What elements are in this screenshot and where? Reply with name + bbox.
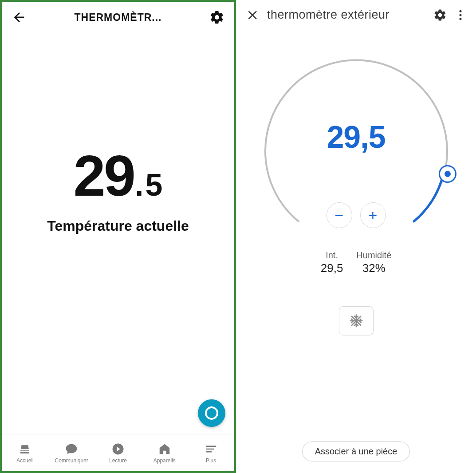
page-title: THERMOMÈTR... bbox=[27, 12, 209, 24]
temperature-separator: . bbox=[135, 168, 143, 202]
alexa-pane: THERMOMÈTR... 29.5 Température actuelle … bbox=[0, 0, 236, 473]
mode-button[interactable] bbox=[339, 306, 374, 335]
stat-humidity: Humidité 32% bbox=[356, 250, 391, 275]
googlehome-pane: thermomètre extérieur 29,5 − + Int. 29,5 bbox=[236, 0, 476, 473]
arrow-left-icon bbox=[12, 10, 27, 25]
nav-communicate-label: Communiquer bbox=[55, 457, 88, 464]
nav-home[interactable]: Accueil bbox=[2, 434, 48, 471]
thermostat-dial-area: 29,5 − + Int. 29,5 Humidité 32% bbox=[236, 51, 476, 335]
stats-row: Int. 29,5 Humidité 32% bbox=[321, 250, 392, 275]
increase-temp-button[interactable]: + bbox=[360, 202, 386, 228]
nav-communicate[interactable]: Communiquer bbox=[48, 434, 95, 471]
decrease-temp-button[interactable]: − bbox=[327, 202, 352, 228]
alexa-header: THERMOMÈTR... bbox=[2, 2, 234, 29]
close-button[interactable] bbox=[247, 8, 260, 22]
gear-icon bbox=[433, 8, 447, 22]
stat-humidity-label: Humidité bbox=[356, 250, 391, 260]
settings-button[interactable] bbox=[433, 8, 447, 22]
svg-point-0 bbox=[460, 10, 462, 12]
temperature-value: 29.5 bbox=[74, 147, 163, 205]
svg-point-1 bbox=[460, 14, 462, 16]
chat-icon bbox=[65, 442, 78, 456]
devices-icon bbox=[158, 442, 171, 456]
nav-devices-label: Appareils bbox=[153, 457, 176, 464]
home-icon bbox=[18, 442, 31, 456]
settings-button[interactable] bbox=[209, 10, 224, 25]
gear-icon bbox=[209, 10, 224, 25]
more-vert-icon bbox=[454, 8, 467, 22]
alexa-ring-icon bbox=[205, 406, 218, 420]
thermostat-dial[interactable]: 29,5 − + bbox=[259, 51, 454, 246]
temperature-adjust-row: − + bbox=[259, 202, 454, 228]
nav-devices[interactable]: Appareils bbox=[141, 434, 188, 471]
stat-interior-label: Int. bbox=[321, 250, 343, 260]
dial-handle[interactable] bbox=[439, 165, 456, 183]
back-button[interactable] bbox=[12, 10, 27, 25]
device-title: thermomètre extérieur bbox=[267, 8, 426, 22]
bottom-nav: Accueil Communiquer Lecture Appareils Pl… bbox=[2, 434, 234, 471]
dial-temperature: 29,5 bbox=[259, 119, 454, 155]
play-icon bbox=[111, 442, 125, 456]
nav-more[interactable]: Plus bbox=[188, 434, 234, 471]
nav-play-label: Lecture bbox=[109, 457, 127, 464]
alexa-body: 29.5 Température actuelle bbox=[2, 29, 234, 434]
nav-home-label: Accueil bbox=[16, 457, 34, 464]
temperature-label: Température actuelle bbox=[47, 218, 189, 234]
temperature-fraction: 5 bbox=[146, 168, 163, 202]
nav-more-label: Plus bbox=[206, 457, 216, 464]
overflow-menu-button[interactable] bbox=[454, 8, 467, 22]
associate-room-button[interactable]: Associer à une pièce bbox=[302, 441, 410, 461]
stat-interior: Int. 29,5 bbox=[321, 250, 343, 275]
stat-humidity-value: 32% bbox=[356, 261, 391, 275]
svg-point-2 bbox=[460, 18, 462, 20]
alexa-voice-button[interactable] bbox=[198, 399, 225, 427]
more-icon bbox=[205, 442, 218, 456]
temperature-integer: 29 bbox=[74, 143, 134, 208]
nav-play[interactable]: Lecture bbox=[95, 434, 142, 471]
snowflake-icon bbox=[349, 314, 363, 328]
close-icon bbox=[247, 8, 260, 22]
gh-header: thermomètre extérieur bbox=[236, 0, 476, 26]
stat-interior-value: 29,5 bbox=[321, 261, 343, 275]
